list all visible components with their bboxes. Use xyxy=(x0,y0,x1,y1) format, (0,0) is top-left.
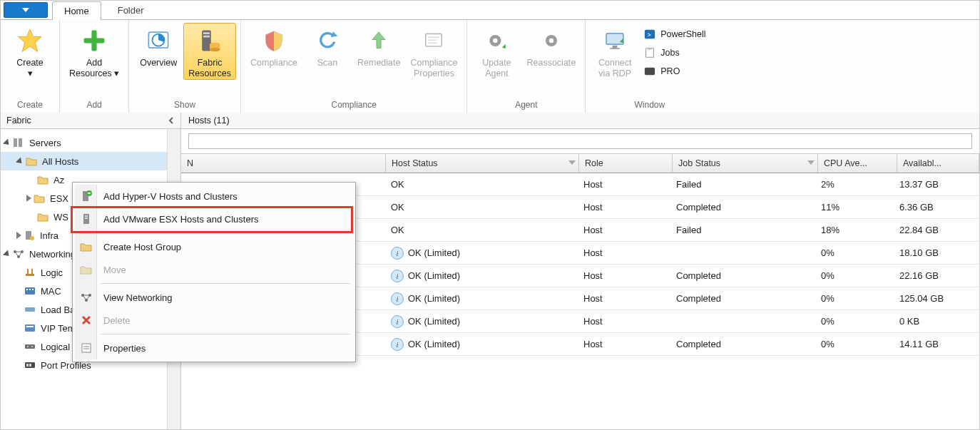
svg-rect-33 xyxy=(19,138,22,147)
server-add-icon xyxy=(79,189,93,203)
filter-bar xyxy=(181,129,979,153)
app-window: Home Folder Create▾ Create xyxy=(0,0,980,430)
fabric-resources-button[interactable]: FabricResources xyxy=(183,23,236,80)
svg-rect-46 xyxy=(25,307,35,312)
svg-point-11 xyxy=(210,48,220,51)
svg-rect-44 xyxy=(29,289,31,290)
context-menu: Add Hyper-V Hosts and Clusters Add VMwar… xyxy=(72,182,356,362)
chevron-down-icon xyxy=(22,8,29,12)
ribbon-group-create: Create▾ Create xyxy=(1,20,60,113)
switch-icon xyxy=(24,341,36,352)
gear-icon xyxy=(537,26,566,55)
svg-rect-25 xyxy=(610,48,620,49)
tab-folder[interactable]: Folder xyxy=(106,1,156,19)
svg-point-51 xyxy=(31,346,33,347)
col-host-status[interactable]: Host Status xyxy=(386,154,579,173)
folder-icon xyxy=(25,155,38,167)
reassociate-button: Reassociate xyxy=(521,23,581,69)
svg-marker-1 xyxy=(19,29,41,52)
svg-marker-56 xyxy=(807,160,815,165)
col-cpu-average[interactable]: CPU Ave... xyxy=(818,154,897,173)
col-role[interactable]: Role xyxy=(579,154,673,173)
chevron-down-icon xyxy=(807,159,815,166)
jobs-button[interactable]: Jobs xyxy=(640,44,709,61)
folder-icon xyxy=(33,193,46,204)
info-icon: i xyxy=(391,270,404,282)
folder-icon xyxy=(36,211,49,222)
overview-button[interactable]: Overview xyxy=(133,23,183,69)
ribbon-group-add: AddResources ▾ Add xyxy=(60,20,129,113)
svg-rect-8 xyxy=(203,36,210,38)
svg-rect-48 xyxy=(26,326,34,327)
ribbon-group-compliance: Compliance Scan Remediate xyxy=(241,20,467,113)
main-header: Hosts (11) xyxy=(181,113,979,129)
ctx-add-vmware[interactable]: Add VMware ESX Hosts and Clusters xyxy=(75,208,353,230)
svg-rect-32 xyxy=(14,138,17,147)
tree-node-servers[interactable]: Servers xyxy=(1,133,167,152)
port-profile-icon xyxy=(24,359,36,371)
create-button[interactable]: Create▾ xyxy=(5,23,55,80)
server-stack-icon xyxy=(195,26,224,55)
svg-marker-55 xyxy=(568,160,576,165)
powershell-icon: > xyxy=(643,28,656,41)
remediate-button: Remediate xyxy=(352,23,405,69)
star-icon xyxy=(16,26,44,55)
svg-point-19 xyxy=(494,39,498,43)
svg-rect-62 xyxy=(85,215,88,217)
svg-rect-7 xyxy=(203,32,210,34)
svg-rect-42 xyxy=(25,287,35,295)
tab-strip: Home Folder xyxy=(1,1,979,20)
ctx-view-networking[interactable]: View Networking xyxy=(75,286,353,309)
svg-text:>: > xyxy=(648,31,651,39)
shield-icon xyxy=(260,26,288,55)
ribbon-group-agent: UpdateAgent Reassociate Agent xyxy=(467,20,586,113)
ctx-add-hyperv[interactable]: Add Hyper-V Hosts and Clusters xyxy=(75,185,353,208)
col-job-status[interactable]: Job Status xyxy=(673,154,818,173)
col-available[interactable]: Availabl... xyxy=(897,154,979,173)
svg-rect-41 xyxy=(31,269,33,274)
server-icon xyxy=(23,230,36,241)
ribbon-group-show: Overview FabricResources Show xyxy=(129,20,241,113)
logical-network-icon xyxy=(24,267,36,278)
info-icon: i xyxy=(391,315,404,328)
filter-input[interactable] xyxy=(188,133,972,149)
ctx-create-host-group[interactable]: Create Host Group xyxy=(75,235,353,258)
mac-pool-icon xyxy=(24,285,36,297)
svg-rect-31 xyxy=(645,68,655,76)
pro-button[interactable]: PRO xyxy=(640,63,709,80)
folder-add-icon xyxy=(79,240,93,254)
update-agent-button: UpdateAgent xyxy=(471,23,521,80)
nav-header: Fabric xyxy=(1,113,180,129)
col-name[interactable]: N xyxy=(181,154,386,173)
quick-access-menu[interactable] xyxy=(4,2,48,18)
svg-point-35 xyxy=(30,236,34,240)
folder-icon xyxy=(36,174,49,185)
connect-rdp-button: Connectvia RDP xyxy=(590,23,640,80)
svg-rect-3 xyxy=(84,38,105,43)
svg-rect-39 xyxy=(26,274,34,276)
properties-icon xyxy=(79,341,93,355)
svg-rect-43 xyxy=(26,289,28,290)
chevron-left-icon[interactable] xyxy=(168,117,175,124)
ctx-delete: Delete xyxy=(75,309,353,332)
chevron-down-icon xyxy=(568,159,576,166)
folder-move-icon xyxy=(79,262,93,277)
clipboard-icon xyxy=(643,46,656,59)
svg-rect-69 xyxy=(82,344,91,352)
add-resources-button[interactable]: AddResources ▾ xyxy=(64,23,124,80)
info-icon: i xyxy=(391,247,404,260)
arrow-up-icon xyxy=(364,26,393,55)
powershell-button[interactable]: > PowerShell xyxy=(640,26,709,43)
monitor-icon xyxy=(601,26,629,55)
network-icon xyxy=(12,248,25,260)
server-icon xyxy=(79,212,93,226)
svg-marker-0 xyxy=(22,8,29,12)
refresh-icon xyxy=(313,26,342,55)
ctx-properties[interactable]: Properties xyxy=(75,337,353,359)
compliance-properties-button: ComplianceProperties xyxy=(405,23,462,80)
tree-node-all-hosts[interactable]: All Hosts xyxy=(1,152,167,170)
svg-rect-23 xyxy=(606,34,623,44)
ribbon: Create▾ Create AddResources ▾ Add xyxy=(1,20,979,113)
tab-home[interactable]: Home xyxy=(52,1,101,20)
grid-header: N Host Status Role Job Status CPU Ave...… xyxy=(181,153,979,173)
